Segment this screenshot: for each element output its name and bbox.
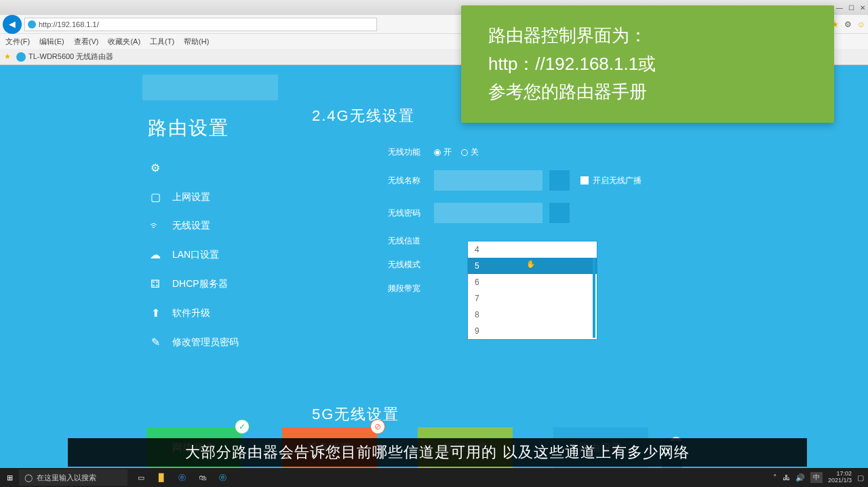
search-placeholder: 在这里输入以搜索 xyxy=(37,473,96,483)
start-button[interactable]: ⊞ xyxy=(0,468,19,487)
video-subtitle: 大部分路由器会告诉您目前哪些信道是可用的 以及这些通道上有多少网络 xyxy=(68,438,807,467)
grid-icon: ⚃ xyxy=(148,277,163,290)
fav-star-icon[interactable]: ★ xyxy=(4,52,14,62)
sidebar-item-label: 上网设置 xyxy=(172,191,210,203)
cortana-icon: ◯ xyxy=(24,473,33,482)
cloud-icon: ☁ xyxy=(148,248,163,261)
edge-icon[interactable]: ⓔ xyxy=(175,473,189,483)
tab-favicon xyxy=(16,52,26,62)
laptop-icon: ▢ xyxy=(148,191,163,203)
sidebar-title: 路由设置 xyxy=(142,107,278,153)
menu-edit[interactable]: 编辑(E) xyxy=(39,37,64,47)
sidebar-item-label: LAN口设置 xyxy=(172,249,219,261)
row-password: 无线密码 xyxy=(312,203,814,223)
menu-view[interactable]: 查看(V) xyxy=(74,37,99,47)
label-radio: 无线功能 xyxy=(312,147,434,158)
sidebar-item-label: 无线设置 xyxy=(172,220,210,232)
window-close[interactable]: ✕ xyxy=(860,4,865,12)
callout-line2: http：//192.168.1.1或 xyxy=(488,50,807,79)
url-text: http://192.168.1.1/ xyxy=(39,20,99,28)
window-max[interactable]: ☐ xyxy=(848,4,854,12)
label-width: 频段带宽 xyxy=(312,283,434,294)
radio-on-text: 开 xyxy=(443,147,452,158)
menu-fav[interactable]: 收藏夹(A) xyxy=(108,37,140,47)
sidebar-item-label: 修改管理员密码 xyxy=(172,336,239,349)
back-button[interactable]: ◄ xyxy=(3,15,22,34)
row-ssid: 无线名称 开启无线广播 xyxy=(312,170,814,191)
instruction-callout: 路由器控制界面为： http：//192.168.1.1或 参考您的路由器手册 xyxy=(461,5,834,123)
window-min[interactable]: — xyxy=(836,4,843,12)
pencil-icon: ✎ xyxy=(148,336,163,349)
block-badge-icon: ⊘ xyxy=(370,419,385,434)
sidebar-item-wan[interactable]: ▢上网设置 xyxy=(142,182,278,212)
label-ssid: 无线名称 xyxy=(312,175,434,187)
taskbar-search[interactable]: ◯ 在这里输入以搜索 xyxy=(19,469,127,486)
ie-icon[interactable]: ⓔ xyxy=(216,473,229,483)
sidebar-item-dhcp[interactable]: ⚃DHCP服务器 xyxy=(142,269,278,298)
store-icon[interactable]: 🛍 xyxy=(195,473,209,482)
pwd-input-tail xyxy=(549,203,570,223)
label-pwd: 无线密码 xyxy=(312,208,434,219)
broadcast-checkbox[interactable] xyxy=(580,176,589,184)
menu-tools[interactable]: 工具(T) xyxy=(150,37,174,47)
radio-off-text: 关 xyxy=(471,147,479,158)
menu-help[interactable]: 帮助(H) xyxy=(184,37,209,47)
address-bar[interactable]: http://192.168.1.1/ xyxy=(24,18,377,31)
ssid-input-tail xyxy=(549,170,570,191)
dropdown-option-4[interactable]: 4 xyxy=(468,241,597,258)
sidebar-item-lan[interactable]: ☁LAN口设置 xyxy=(142,240,278,269)
sidebar-item-label: DHCP服务器 xyxy=(172,278,228,290)
clock-date: 2021/1/3 xyxy=(828,478,852,484)
channel-dropdown[interactable]: 4 5✋ 6 7 8 9 xyxy=(468,241,597,339)
callout-line1: 路由器控制界面为： xyxy=(488,22,807,50)
dropdown-option-9[interactable]: 9 xyxy=(468,323,597,339)
sidebar-item-upgrade[interactable]: ⬆软件升级 xyxy=(142,298,278,328)
callout-line3: 参考您的路由器手册 xyxy=(488,78,807,106)
section-title-5g: 5G无线设置 xyxy=(312,404,399,425)
site-favicon xyxy=(28,20,36,28)
sidebar-item-overview[interactable]: ⚙ xyxy=(142,153,278,182)
explorer-icon[interactable]: ▉ xyxy=(155,473,168,482)
radio-on[interactable] xyxy=(434,149,441,156)
tab-title[interactable]: TL-WDR5600 无线路由器 xyxy=(28,52,113,62)
ime-indicator[interactable]: 中 xyxy=(810,472,823,483)
dropdown-option-8[interactable]: 8 xyxy=(468,307,597,323)
radio-off[interactable] xyxy=(461,149,468,156)
upload-icon: ⬆ xyxy=(148,307,163,319)
notifications-icon[interactable]: ▢ xyxy=(857,473,864,482)
sidebar-item-label: 软件升级 xyxy=(172,307,210,319)
broadcast-label: 开启无线广播 xyxy=(593,175,642,187)
taskbar: ⊞ ◯ 在这里输入以搜索 ▭ ▉ ⓔ 🛍 ⓔ ˄ 🖧 🔊 中 17:02 202… xyxy=(0,468,868,487)
row-radio-enable: 无线功能 开 关 xyxy=(312,147,814,158)
check-badge-icon: ✓ xyxy=(235,419,250,434)
menu-file[interactable]: 文件(F) xyxy=(5,37,30,47)
volume-icon[interactable]: 🔊 xyxy=(795,473,805,482)
sidebar-item-wireless[interactable]: ᯤ无线设置 xyxy=(142,212,278,240)
sidebar: 路由设置 ⚙ ▢上网设置 ᯤ无线设置 ☁LAN口设置 ⚃DHCP服务器 ⬆软件升… xyxy=(142,75,278,357)
dropdown-option-6[interactable]: 6 xyxy=(468,274,597,290)
router-page: 路由设置 ⚙ ▢上网设置 ᯤ无线设置 ☁LAN口设置 ⚃DHCP服务器 ⬆软件升… xyxy=(0,65,868,468)
label-mode: 无线模式 xyxy=(312,259,434,271)
clock[interactable]: 17:02 2021/1/3 xyxy=(828,471,852,484)
dropdown-scrollbar[interactable] xyxy=(593,258,595,338)
pwd-input[interactable] xyxy=(434,203,542,223)
label-channel: 无线信道 xyxy=(312,235,434,247)
sidebar-header-block xyxy=(142,75,278,100)
cursor-icon: ✋ xyxy=(526,260,536,269)
sidebar-item-password[interactable]: ✎修改管理员密码 xyxy=(142,328,278,357)
taskbar-pinned: ▭ ▉ ⓔ 🛍 ⓔ xyxy=(134,473,229,483)
dropdown-option-7[interactable]: 7 xyxy=(468,290,597,307)
taskview-icon[interactable]: ▭ xyxy=(134,473,148,482)
smile-icon[interactable]: ☺ xyxy=(857,20,865,29)
gear-icon[interactable]: ⚙ xyxy=(844,20,852,29)
network-icon[interactable]: 🖧 xyxy=(783,473,790,482)
taskbar-tray: ˄ 🖧 🔊 中 17:02 2021/1/3 ▢ xyxy=(773,471,868,484)
wifi-icon: ᯤ xyxy=(148,220,163,232)
tray-up-icon[interactable]: ˄ xyxy=(773,473,777,482)
ssid-input[interactable] xyxy=(434,170,542,191)
gauge-icon: ⚙ xyxy=(148,161,163,174)
dropdown-option-5[interactable]: 5✋ xyxy=(468,258,597,274)
